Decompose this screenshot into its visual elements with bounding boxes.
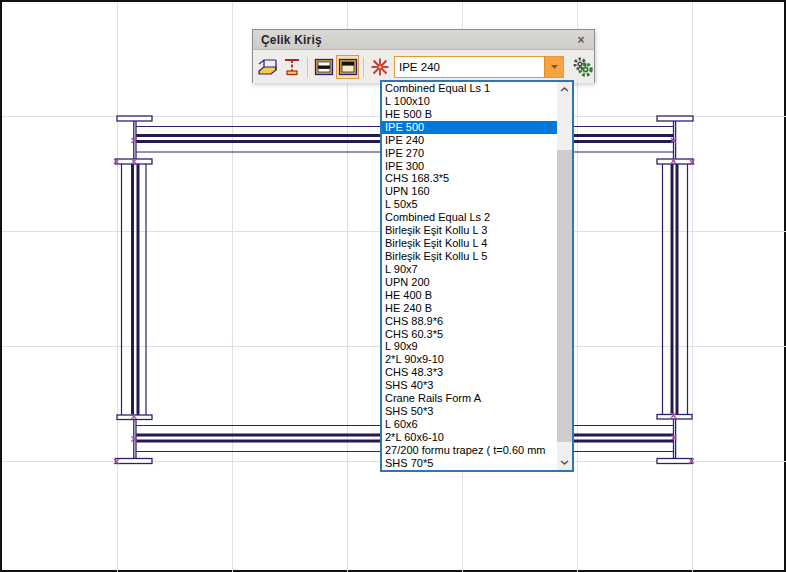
profile-combobox[interactable]: IPE 240 — [394, 56, 564, 78]
dropdown-item[interactable]: HE 500 B — [382, 108, 557, 121]
beam-right[interactable] — [663, 164, 688, 415]
mode-top-band-button[interactable] — [336, 55, 359, 79]
dropdown-item[interactable]: CHS 168.3*5 — [382, 172, 557, 185]
dropdown-item[interactable]: IPE 300 — [382, 160, 557, 173]
settings-gear-button[interactable] — [571, 55, 594, 79]
dropdown-item[interactable]: Birleşik Eşit Kollu L 4 — [382, 237, 557, 250]
scrollbar-thumb[interactable] — [557, 150, 572, 442]
dropdown-item[interactable]: HE 240 B — [382, 302, 557, 315]
dropdown-item[interactable]: CHS 48.3*3 — [382, 366, 557, 379]
beam-left[interactable] — [122, 164, 147, 415]
toolbar-separator — [363, 57, 364, 77]
dropdown-item[interactable]: 2*L 90x9-10 — [382, 353, 557, 366]
dropdown-item[interactable]: HE 400 B — [382, 289, 557, 302]
dropdown-item[interactable]: Birleşik Eşit Kollu L 3 — [382, 224, 557, 237]
draw-beam-button[interactable] — [256, 55, 279, 79]
snap-star-icon — [370, 57, 390, 77]
dropdown-item[interactable]: IPE 270 — [382, 147, 557, 160]
dropdown-item[interactable]: Crane Rails Form A — [382, 392, 557, 405]
chevron-up-icon — [560, 87, 569, 92]
beam-section-icon — [282, 57, 302, 77]
dropdown-item[interactable]: L 50x5 — [382, 198, 557, 211]
dropdown-item[interactable]: L 90x7 — [382, 263, 557, 276]
scrollbar-down-arrow[interactable] — [557, 455, 572, 470]
dropdown-item[interactable]: L 60x6 — [382, 418, 557, 431]
gears-icon — [572, 56, 594, 78]
dropdown-item[interactable]: SHS 40*3 — [382, 379, 557, 392]
dropdown-item[interactable]: CHS 88.9*6 — [382, 315, 557, 328]
dropdown-item[interactable]: 27/200 formu trapez ( t=0.60 mm — [382, 444, 557, 457]
toolbar-titlebar[interactable]: Çelik Kiriş × — [253, 30, 594, 50]
dropdown-item[interactable]: UPN 200 — [382, 276, 557, 289]
dropdown-item[interactable]: 2*L 60x6-10 — [382, 431, 557, 444]
combobox-value: IPE 240 — [395, 61, 544, 73]
dropdown-item[interactable]: IPE 500 — [382, 121, 557, 134]
toolbar-row: IPE 240 — [253, 50, 594, 83]
profile-dropdown-list: Combined Equal Ls 1L 100x10HE 500 BIPE 5… — [380, 80, 574, 472]
chevron-down-icon — [560, 460, 569, 465]
dropdown-item[interactable]: Combined Equal Ls 2 — [382, 211, 557, 224]
dropdown-item[interactable]: IPE 240 — [382, 134, 557, 147]
mode-middle-band-button[interactable] — [312, 55, 335, 79]
dropdown-item[interactable]: L 90x9 — [382, 340, 557, 353]
scrollbar-up-arrow[interactable] — [557, 82, 572, 97]
dropdown-item[interactable]: SHS 70*5 — [382, 457, 557, 470]
dropdown-scrollbar[interactable] — [557, 82, 572, 470]
beam-section-button[interactable] — [280, 55, 303, 79]
dropdown-item[interactable]: UPN 160 — [382, 185, 557, 198]
mode-middle-band-icon — [314, 57, 334, 77]
mode-top-band-icon — [338, 57, 358, 77]
cad-canvas[interactable]: Çelik Kiriş × — [0, 0, 786, 572]
close-icon[interactable]: × — [574, 34, 588, 46]
snap-star-button[interactable] — [368, 55, 391, 79]
draw-beam-icon — [257, 56, 278, 77]
dropdown-item[interactable]: SHS 50*3 — [382, 405, 557, 418]
dropdown-item[interactable]: CHS 60.3*5 — [382, 328, 557, 341]
dropdown-item[interactable]: Combined Equal Ls 1 — [382, 82, 557, 95]
steel-beam-toolbar-window: Çelik Kiriş × — [252, 29, 595, 83]
chevron-down-icon — [550, 64, 559, 70]
column-bottom-right[interactable] — [657, 415, 692, 464]
dropdown-item[interactable]: L 100x10 — [382, 95, 557, 108]
window-title: Çelik Kiriş — [261, 33, 322, 47]
dropdown-item[interactable]: Birleşik Eşit Kollu L 5 — [382, 250, 557, 263]
toolbar-separator — [307, 57, 308, 77]
dropdown-list: Combined Equal Ls 1L 100x10HE 500 BIPE 5… — [382, 82, 557, 470]
combobox-dropdown-button[interactable] — [544, 57, 563, 77]
